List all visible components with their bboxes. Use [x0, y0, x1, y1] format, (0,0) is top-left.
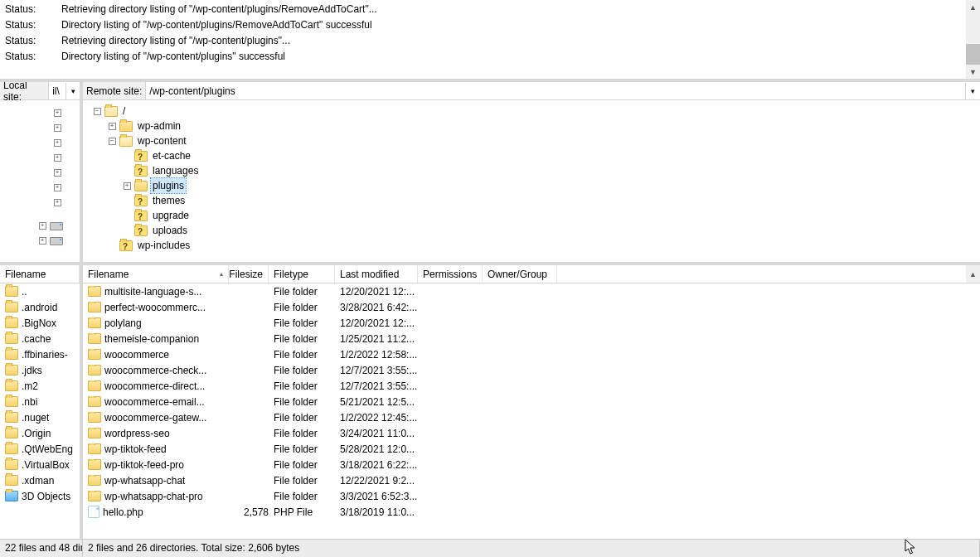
folder-icon	[88, 491, 101, 501]
list-item[interactable]: .nuget	[0, 409, 80, 425]
list-item[interactable]: woocommerce-gatew...File folder1/2/2022 …	[83, 409, 980, 425]
list-item[interactable]: hello.php2,578PHP File3/18/2019 11:0...	[83, 504, 980, 520]
status-scrollbar[interactable]: ▲ ▼	[966, 0, 980, 79]
scroll-down-icon[interactable]: ▼	[966, 65, 980, 79]
col-header-perms[interactable]: Permissions	[418, 265, 483, 283]
folder-icon	[5, 286, 18, 297]
folder-icon	[88, 396, 101, 407]
file-date: 3/18/2021 6:22:...	[340, 459, 423, 471]
tree-row[interactable]: +wp-admin	[86, 119, 980, 133]
list-item[interactable]: .BigNox	[0, 315, 80, 331]
folder-icon	[88, 428, 101, 438]
list-item[interactable]: 3D Objects	[0, 488, 80, 504]
list-item[interactable]: wp-whatsapp-chat-proFile folder3/3/2021 …	[83, 488, 980, 504]
tree-row[interactable]: +	[0, 218, 80, 233]
list-item[interactable]: ..	[0, 283, 80, 299]
folder-icon	[134, 181, 148, 191]
tree-row[interactable]: upgrade	[86, 208, 980, 223]
tree-row[interactable]: +	[0, 195, 80, 210]
file-name: woocommerce-gatew...	[104, 412, 206, 424]
list-item[interactable]: themeisle-companionFile folder1/25/2021 …	[83, 331, 980, 346]
file-name: ..	[22, 286, 27, 298]
list-item[interactable]: .ffbinaries-	[0, 346, 80, 362]
file-name: woocommerce-direct...	[104, 380, 205, 392]
tree-row[interactable]: uploads	[86, 223, 980, 238]
file-date: 12/7/2021 3:55:...	[340, 365, 423, 376]
tree-row[interactable]: +	[0, 150, 80, 165]
status-row: Status:Retrieving directory listing of "…	[5, 2, 975, 17]
tree-row[interactable]: +	[0, 120, 80, 135]
list-item[interactable]: woocommerce-check...File folder12/7/2021…	[83, 362, 980, 378]
list-item[interactable]: woocommerceFile folder1/2/2022 12:58:...	[83, 346, 980, 362]
file-type: File folder	[274, 302, 340, 313]
tree-row[interactable]: wp-includes	[86, 238, 980, 253]
list-item[interactable]: .cache	[0, 331, 80, 346]
folder-icon	[88, 380, 101, 391]
list-item[interactable]: multisite-language-s...File folder12/20/…	[83, 283, 980, 299]
file-icon	[88, 506, 99, 518]
list-item[interactable]: woocommerce-email...File folder5/21/2021…	[83, 394, 980, 409]
tree-label: et-cache	[151, 148, 192, 163]
scroll-up-icon[interactable]: ▲	[966, 0, 980, 14]
status-message: Directory listing of "/wp-content/plugin…	[61, 49, 285, 65]
tree-row[interactable]: themes	[86, 193, 980, 208]
list-item[interactable]: .QtWebEng	[0, 441, 80, 457]
col-header-label: Filename	[88, 269, 129, 280]
tree-row[interactable]: +	[0, 165, 80, 180]
scroll-up-icon[interactable]: ▲	[966, 265, 980, 283]
tree-row[interactable]: +	[0, 180, 80, 195]
file-name: .cache	[22, 333, 51, 345]
list-item[interactable]: .VirtualBox	[0, 457, 80, 472]
drive-icon	[50, 222, 63, 230]
list-item[interactable]: .jdks	[0, 362, 80, 378]
tree-row[interactable]: −/	[86, 104, 980, 119]
list-item[interactable]: wordpress-seoFile folder3/24/2021 11:0..…	[83, 425, 980, 441]
list-item[interactable]: .m2	[0, 378, 80, 394]
tree-row[interactable]: −wp-content	[86, 133, 980, 148]
col-header-filename[interactable]: Filename▴	[83, 265, 229, 283]
tree-row[interactable]: +plugins	[86, 178, 980, 193]
col-header-owner[interactable]: Owner/Group	[483, 265, 557, 283]
folder-icon	[88, 302, 101, 312]
col-header-filename[interactable]: Filename	[0, 265, 80, 283]
folder-icon	[88, 286, 101, 297]
tree-row[interactable]: +	[0, 105, 80, 120]
list-item[interactable]: perfect-woocommerc...File folder3/28/202…	[83, 299, 980, 315]
file-size: 2,578	[234, 506, 274, 518]
list-item[interactable]: woocommerce-direct...File folder12/7/202…	[83, 378, 980, 394]
folder-unknown-icon	[134, 211, 148, 221]
list-item[interactable]: wp-tiktok-feed-proFile folder3/18/2021 6…	[83, 457, 980, 472]
local-site-input[interactable]	[49, 82, 65, 99]
list-item[interactable]: .android	[0, 299, 80, 315]
col-header-lastmod[interactable]: Last modified	[335, 265, 418, 283]
tree-row[interactable]: +	[0, 135, 80, 150]
file-date: 12/20/2021 12:...	[340, 317, 423, 329]
list-item[interactable]: polylangFile folder12/20/2021 12:...	[83, 315, 980, 331]
status-message: Retrieving directory listing of "/wp-con…	[61, 2, 377, 17]
remote-tree[interactable]: −/ +wp-admin −wp-content et-cache langua…	[83, 100, 980, 262]
file-date: 12/7/2021 3:55:...	[340, 380, 423, 392]
local-file-list[interactable]: ...android.BigNox.cache.ffbinaries-.jdks…	[0, 283, 80, 539]
local-tree[interactable]: + + + + + + + + +	[0, 100, 80, 262]
col-header-filetype[interactable]: Filetype	[269, 265, 335, 283]
tree-row[interactable]: +	[0, 233, 80, 248]
folder-icon	[88, 412, 101, 423]
file-name: .VirtualBox	[22, 459, 70, 471]
remote-site-dropdown[interactable]: ▾	[965, 83, 980, 99]
local-site-dropdown[interactable]: ▾	[65, 83, 80, 99]
remote-site-input[interactable]	[146, 82, 965, 99]
tree-row[interactable]: languages	[86, 163, 980, 178]
folder-unknown-icon	[134, 225, 148, 236]
list-item[interactable]: .nbi	[0, 394, 80, 409]
remote-file-list[interactable]: multisite-language-s...File folder12/20/…	[83, 283, 980, 539]
list-item[interactable]: .xdman	[0, 472, 80, 488]
list-item[interactable]: .Origin	[0, 425, 80, 441]
tree-row[interactable]: et-cache	[86, 148, 980, 163]
tree-label-selected: plugins	[151, 178, 186, 193]
list-item[interactable]: wp-tiktok-feedFile folder5/28/2021 12:0.…	[83, 441, 980, 457]
list-item[interactable]: wp-whatsapp-chatFile folder12/22/2021 9:…	[83, 472, 980, 488]
file-type: File folder	[274, 349, 340, 361]
file-name: polylang	[104, 317, 142, 329]
file-name: wp-tiktok-feed	[104, 443, 167, 455]
col-header-filesize[interactable]: Filesize	[229, 265, 269, 283]
